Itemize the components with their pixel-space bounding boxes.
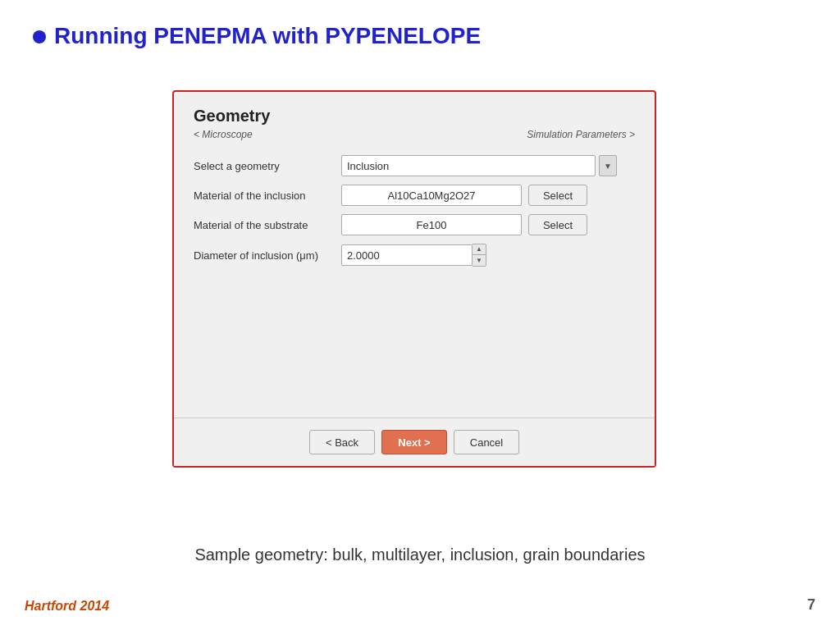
diameter-input[interactable] [341,244,472,266]
geometry-dialog: Geometry < Microscope Simulation Paramet… [172,90,656,468]
bottom-description: Sample geometry: bulk, multilayer, inclu… [0,546,840,564]
page-number: 7 [807,596,815,614]
spinner-down-button[interactable]: ▼ [472,255,486,266]
dialog-footer: < Back Next > Cancel [174,418,655,466]
substrate-material-row: Material of the substrate Select [194,214,635,235]
page-title: Running PENEPMA with PYPENELOPE [33,23,481,49]
nav-forward-link[interactable]: Simulation Parameters > [527,129,635,140]
substrate-material-label: Material of the substrate [194,219,341,231]
inclusion-material-input[interactable] [341,185,522,206]
diameter-spinner: ▲ ▼ [341,244,486,267]
nav-back-link[interactable]: < Microscope [194,129,253,140]
substrate-material-input[interactable] [341,214,522,235]
spinner-up-button[interactable]: ▲ [472,244,486,255]
dialog-title: Geometry [194,107,635,126]
substrate-select-button[interactable]: Select [528,214,587,235]
geometry-dropdown-arrow[interactable]: ▼ [599,155,617,176]
diameter-label: Diameter of inclusion (μm) [194,249,341,262]
dialog-nav: < Microscope Simulation Parameters > [194,129,635,140]
next-button[interactable]: Next > [381,430,447,454]
dialog-empty-space [194,275,635,398]
diameter-row: Diameter of inclusion (μm) ▲ ▼ [194,244,635,267]
cancel-button[interactable]: Cancel [454,430,519,454]
inclusion-material-row: Material of the inclusion Select [194,185,635,206]
back-button[interactable]: < Back [309,430,375,454]
geometry-label: Select a geometry [194,160,341,172]
conference-footer: Hartford 2014 [25,599,109,614]
geometry-dropdown[interactable]: Bulk Multilayer Inclusion Grain boundari… [341,155,596,176]
inclusion-material-label: Material of the inclusion [194,189,341,202]
geometry-select-wrap: Bulk Multilayer Inclusion Grain boundari… [341,155,617,176]
bullet-icon [33,30,46,43]
geometry-select-row: Select a geometry Bulk Multilayer Inclus… [194,155,635,176]
inclusion-select-button[interactable]: Select [528,185,587,206]
spinner-buttons: ▲ ▼ [472,244,486,267]
